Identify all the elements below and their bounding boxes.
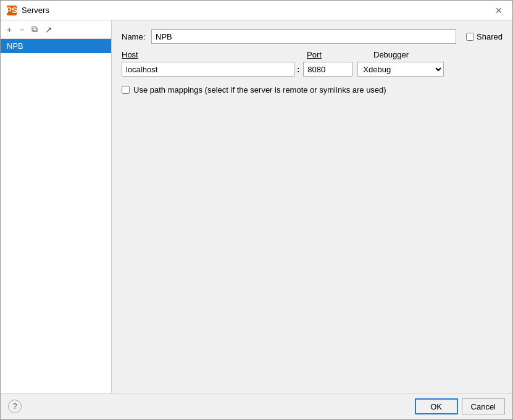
ok-button[interactable]: OK bbox=[415, 398, 458, 414]
host-column-header: Host bbox=[122, 50, 294, 59]
name-label: Name: bbox=[122, 32, 146, 41]
server-list: NPB bbox=[1, 39, 111, 393]
remove-server-button[interactable]: − bbox=[17, 23, 27, 36]
shared-checkbox[interactable] bbox=[466, 33, 474, 41]
app-icon: PS bbox=[7, 6, 17, 15]
name-input[interactable] bbox=[151, 29, 456, 44]
name-row: Name: Shared bbox=[122, 29, 503, 44]
close-button[interactable]: ✕ bbox=[491, 4, 506, 17]
main-panel: Name: Shared Host Port Debugger : bbox=[112, 20, 512, 393]
shared-label: Shared bbox=[477, 32, 503, 41]
servers-dialog: PS Servers ✕ + − ⧉ ↗ NPB Name: bbox=[0, 0, 513, 420]
server-list-item[interactable]: NPB bbox=[1, 39, 111, 53]
debugger-select[interactable]: Xdebug Zend Debugger bbox=[357, 62, 444, 77]
port-column-header: Port bbox=[307, 50, 369, 59]
spacer bbox=[122, 101, 503, 384]
action-buttons: OK Cancel bbox=[415, 398, 505, 414]
host-port-section: Host Port Debugger : Xdebug Zend Debugge… bbox=[122, 50, 503, 77]
dialog-title: Servers bbox=[22, 6, 49, 15]
title-bar-left: PS Servers bbox=[7, 6, 49, 15]
bottom-bar: ? OK Cancel bbox=[1, 393, 512, 419]
cancel-button[interactable]: Cancel bbox=[462, 398, 505, 414]
content-area: + − ⧉ ↗ NPB Name: Shared bbox=[1, 20, 512, 393]
path-mappings-label: Use path mappings (select if the server … bbox=[133, 85, 386, 94]
colon-separator: : bbox=[294, 65, 302, 74]
port-input[interactable] bbox=[303, 62, 352, 77]
path-mappings-checkbox[interactable] bbox=[122, 86, 130, 94]
title-bar: PS Servers ✕ bbox=[1, 1, 512, 20]
export-server-button[interactable]: ↗ bbox=[43, 23, 55, 36]
sidebar: + − ⧉ ↗ NPB bbox=[1, 20, 112, 393]
host-input[interactable] bbox=[122, 62, 294, 77]
host-port-inputs: : Xdebug Zend Debugger bbox=[122, 62, 503, 77]
help-button[interactable]: ? bbox=[8, 400, 22, 413]
debugger-column-header: Debugger bbox=[373, 50, 409, 59]
add-server-button[interactable]: + bbox=[4, 23, 14, 36]
host-port-headers: Host Port Debugger bbox=[122, 50, 503, 59]
copy-server-button[interactable]: ⧉ bbox=[29, 23, 40, 36]
path-mappings-row: Use path mappings (select if the server … bbox=[122, 85, 503, 94]
shared-row: Shared bbox=[466, 32, 503, 41]
sidebar-toolbar: + − ⧉ ↗ bbox=[1, 20, 111, 39]
